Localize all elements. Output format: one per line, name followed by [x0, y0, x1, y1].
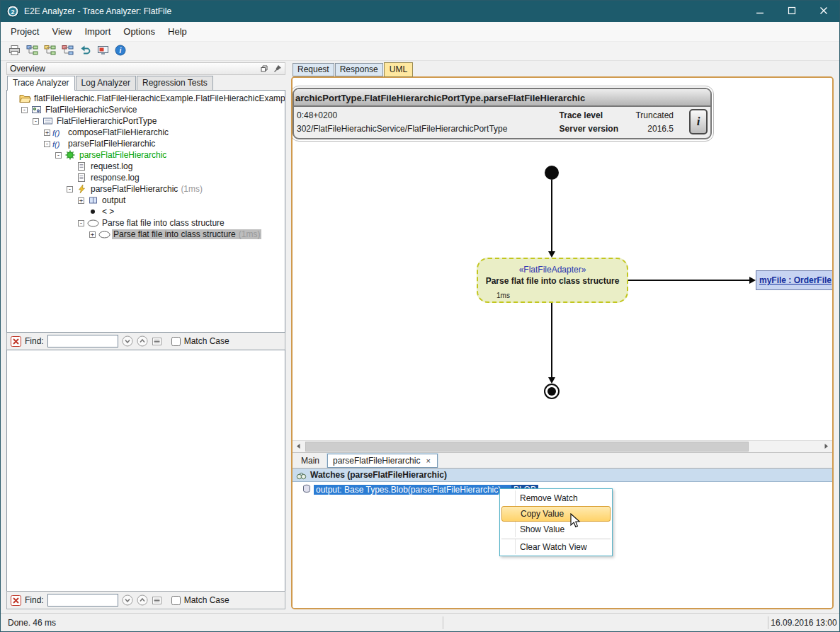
find-options-icon[interactable] [152, 595, 162, 606]
tab-uml[interactable]: UML [384, 62, 413, 77]
tree-expander-icon[interactable]: - [67, 186, 73, 193]
object-node[interactable]: myFile : OrderFile [756, 270, 832, 290]
find-next-icon[interactable] [122, 594, 133, 606]
initial-node[interactable] [545, 166, 559, 180]
find-close-icon[interactable] [11, 336, 21, 347]
tab-main[interactable]: Main [296, 454, 324, 467]
menu-copy-value[interactable]: Copy Value [501, 506, 611, 522]
menu-clear-watch-view[interactable]: Clear Watch View [501, 539, 611, 554]
tab-regression-tests[interactable]: Regression Tests [137, 76, 213, 90]
expand-model-tree-button[interactable] [24, 43, 40, 59]
stereotype-label: «FlatFileAdapter» [478, 265, 627, 275]
compare-trace-button[interactable] [59, 43, 75, 59]
menu-options[interactable]: Options [117, 23, 161, 40]
panel-title: Overview [10, 64, 45, 74]
tree-item[interactable]: < > [7, 206, 285, 217]
action-duration: 1ms [496, 292, 510, 299]
tree-expander-icon[interactable]: + [78, 197, 84, 204]
final-node[interactable] [544, 384, 560, 399]
tree-item[interactable]: + f() composeFlatFileHierarchic [7, 127, 285, 138]
menu-help[interactable]: Help [161, 23, 193, 40]
title-bar: 2 E2E Analyzer - Trace Analyzer: FlatFil… [1, 1, 839, 22]
tree-item[interactable]: response.log [7, 172, 285, 183]
arrowhead-icon [749, 277, 756, 284]
tree-red-icon [62, 45, 74, 58]
tab-request[interactable]: Request [293, 63, 334, 76]
server-version-label: Server version [560, 124, 618, 134]
menu-import[interactable]: Import [78, 23, 117, 40]
tree-expander-icon[interactable]: - [55, 152, 62, 159]
action-node[interactable]: «FlatFileAdapter» Parse flat file into c… [477, 258, 628, 303]
watches-title: Watches (parseFlatFileHierarchic) [310, 470, 447, 480]
tree-expander-icon[interactable]: - [44, 141, 50, 147]
tree-expander-icon[interactable]: - [78, 220, 84, 226]
tree-item[interactable]: request.log [7, 161, 285, 172]
find-previous-icon[interactable] [137, 594, 148, 606]
tree-item[interactable]: - Parse flat file into class structure [7, 217, 285, 229]
find-options-icon[interactable] [152, 336, 162, 347]
find-input[interactable] [47, 594, 118, 607]
match-case-checkbox[interactable] [171, 596, 181, 605]
scroll-right-icon [823, 442, 829, 452]
operation-header-box[interactable]: archicPortType.FlatFileHierarchicPortTyp… [293, 88, 712, 139]
menu-project[interactable]: Project [4, 23, 45, 40]
tree-item[interactable]: - FlatFileHierachicService [7, 104, 285, 115]
trace-path: 302/FlatFileHierachicService/FlatFileHie… [297, 124, 550, 134]
tree-item[interactable]: - f() parseFlatFileHierarchic [7, 138, 285, 149]
find-input[interactable] [47, 335, 118, 347]
analyzer-tabs: Trace AnalyzerLog AnalyzerRegression Tes… [6, 76, 285, 90]
find-next-icon[interactable] [122, 335, 133, 347]
tree-item-label: Parse flat file into class structure [113, 229, 236, 239]
match-case-checkbox[interactable] [171, 337, 181, 346]
undo-button[interactable] [77, 43, 93, 59]
tab-parseflatfilehierarchic[interactable]: parseFlatFileHierarchic× [327, 454, 438, 468]
info-icon: i [115, 45, 126, 58]
arrowhead-icon [548, 377, 555, 384]
tab-response[interactable]: Response [335, 63, 383, 76]
menu-show-value[interactable]: Show Value [501, 522, 611, 537]
close-button[interactable] [807, 1, 839, 22]
import-trace-button[interactable] [42, 43, 57, 59]
scrollbar-thumb[interactable] [305, 442, 749, 452]
tree-expander-icon[interactable]: - [33, 118, 39, 125]
scroll-left-button[interactable] [293, 441, 305, 452]
tree-expander-icon[interactable]: + [89, 231, 96, 238]
tree-item[interactable]: - FlatFileHierarchicPortType [7, 115, 285, 127]
info-button[interactable]: i [689, 109, 708, 134]
minimize-button[interactable] [744, 1, 776, 22]
trace-tree: flatFileHierachic.FlatFileHierachicExamp… [6, 90, 285, 333]
scrollbar-track[interactable] [305, 441, 820, 452]
snapshot-button[interactable] [95, 43, 110, 59]
close-tab-icon[interactable]: × [424, 456, 431, 465]
tree-item[interactable]: - parseFlatFileHierarchic(1ms) [7, 183, 285, 195]
tree-item[interactable]: - parseFlatFileHierarchic [7, 149, 285, 161]
find-close-icon[interactable] [11, 595, 21, 606]
tree-expander-icon[interactable]: + [44, 130, 50, 136]
bullet-icon [86, 208, 99, 215]
tree-item[interactable]: + output [7, 195, 285, 206]
tree-item-label: request.log [91, 161, 132, 171]
statusbar-field [443, 614, 768, 631]
horizontal-scrollbar[interactable] [293, 440, 832, 452]
scroll-right-button[interactable] [820, 441, 832, 452]
pin-panel-icon[interactable] [273, 64, 282, 73]
tree-expander-icon[interactable]: - [21, 107, 28, 113]
minimize-icon [756, 6, 764, 17]
find-previous-icon[interactable] [137, 335, 148, 347]
tab-trace-analyzer[interactable]: Trace Analyzer [7, 76, 75, 91]
maximize-button[interactable] [776, 1, 807, 22]
tree-item-label: parseFlatFileHierarchic [68, 139, 155, 149]
close-icon [819, 6, 828, 17]
tree-item[interactable]: flatFileHierachic.FlatFileHierachicExamp… [7, 93, 285, 104]
menu-remove-watch[interactable]: Remove Watch [501, 490, 611, 506]
tab-log-analyzer[interactable]: Log Analyzer [76, 76, 136, 90]
toolbar: i [1, 42, 839, 61]
tree-item[interactable]: + Parse flat file into class structure(1… [7, 229, 285, 240]
tree-item-label: composeFlatFileHierarchic [68, 127, 169, 137]
svg-text:2: 2 [11, 8, 14, 16]
print-button[interactable] [6, 43, 22, 59]
about-button[interactable]: i [113, 43, 128, 59]
blob-icon [302, 484, 311, 495]
menu-view[interactable]: View [45, 23, 78, 40]
float-panel-icon[interactable] [260, 64, 268, 73]
